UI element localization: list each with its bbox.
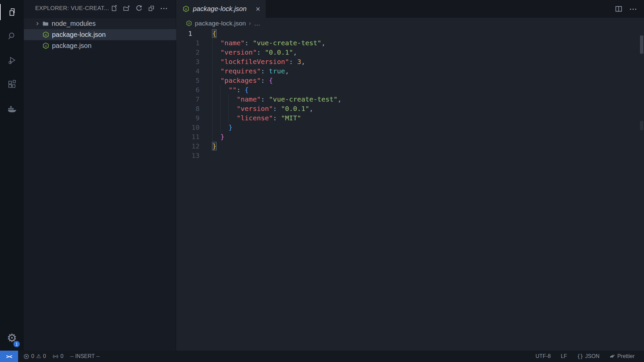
indent-guide (220, 95, 228, 104)
line-number: 3 (176, 57, 201, 66)
language-status[interactable]: {} JSON (577, 353, 600, 359)
json-file-icon (43, 32, 49, 38)
split-editor-button[interactable] (615, 5, 622, 12)
code-line[interactable]: 4"requires": true, (176, 66, 644, 76)
close-icon[interactable]: × (255, 5, 261, 13)
tree-item-package-lock-json[interactable]: package-lock.json (24, 29, 176, 40)
scrollbar-thumb[interactable] (640, 36, 643, 54)
formatter-label: Prettier (617, 353, 635, 359)
indent-guide (212, 113, 220, 123)
line-content: "": { (201, 85, 249, 95)
tree-item-package-json[interactable]: package.json (24, 40, 176, 51)
status-bar: >< 0 ⚠ 0 0 -- INSERT -- UTF-8 LF {} JSON (0, 351, 644, 362)
line-number: 11 (176, 132, 201, 141)
overview-ruler-mark (640, 121, 643, 130)
activity-item-search[interactable] (0, 24, 24, 48)
activity-bar: ⚙ 1 (0, 0, 24, 351)
indent-guide (212, 123, 220, 132)
code-line[interactable]: 8"version": "0.0.1", (176, 104, 644, 113)
explorer-more-button[interactable]: ··· (160, 7, 168, 10)
json-file-icon (186, 20, 192, 26)
line-content: "name": "vue-create-test", (201, 38, 325, 48)
split-editor-icon (615, 5, 622, 12)
line-content: "requires": true, (201, 66, 289, 76)
code-editor[interactable]: 1{1"name": "vue-create-test",2"version":… (176, 29, 644, 351)
line-content: "version": "0.0.1", (201, 48, 297, 57)
collapse-folders-button[interactable] (148, 5, 155, 12)
indent-guide (212, 95, 220, 104)
code-line[interactable]: 6"": { (176, 85, 644, 95)
encoding-status[interactable]: UTF-8 (536, 353, 551, 359)
search-icon (7, 32, 17, 41)
explorer-header: EXPLORER: VUE-CREAT... ··· (24, 0, 176, 17)
status-right: UTF-8 LF {} JSON ✔✔ Prettier (536, 353, 644, 359)
line-content: "name": "vue-create-test", (201, 95, 341, 104)
explorer-actions: ··· (111, 5, 168, 12)
chevron-right-icon: › (249, 20, 251, 27)
indent-guide (228, 104, 236, 113)
files-icon (7, 7, 17, 17)
code-line[interactable]: 10} (176, 123, 644, 132)
code-line[interactable]: 2"version": "0.0.1", (176, 48, 644, 57)
line-number: 5 (176, 76, 201, 85)
tree-item-label: package-lock.json (52, 31, 106, 39)
indent-guide (212, 104, 220, 113)
problems-status[interactable]: 0 ⚠ 0 (23, 353, 46, 359)
line-content: } (201, 132, 224, 141)
new-folder-button[interactable] (123, 5, 130, 12)
line-content: "lockfileVersion": 3, (201, 57, 305, 66)
tree-item-node-modules[interactable]: node_modules (24, 18, 176, 29)
activity-item-docker[interactable] (0, 97, 24, 121)
indent-guide (212, 76, 220, 85)
code-line[interactable]: 3"lockfileVersion": 3, (176, 57, 644, 66)
collapse-icon (148, 5, 155, 12)
code-line[interactable]: 9"license": "MIT" (176, 113, 644, 123)
code-line[interactable]: 1"name": "vue-create-test", (176, 38, 644, 48)
code-line[interactable]: 1{ (176, 29, 644, 38)
refresh-explorer-button[interactable] (136, 5, 142, 12)
indent-guide (212, 57, 220, 66)
line-number: 6 (176, 85, 201, 95)
editor-actions: ··· (615, 0, 644, 18)
eol-status[interactable]: LF (561, 353, 567, 359)
code-line[interactable]: 13 (176, 151, 644, 160)
code-line[interactable]: 12} (176, 141, 644, 151)
editor-more-button[interactable]: ··· (630, 7, 637, 11)
breadcrumb-item-symbols[interactable]: … (254, 20, 260, 27)
code-line[interactable]: 5"packages": { (176, 76, 644, 85)
line-content: "packages": { (201, 76, 273, 85)
formatter-status[interactable]: ✔✔ Prettier (609, 353, 635, 359)
braces-icon: {} (577, 353, 583, 359)
json-file-icon (43, 43, 49, 49)
activity-item-run-debug[interactable] (0, 48, 24, 72)
new-file-button[interactable] (111, 5, 117, 12)
scrollbar[interactable] (639, 29, 644, 351)
tab-package-lock-json[interactable]: package-lock.json × (176, 0, 266, 18)
error-icon (23, 354, 29, 359)
remote-indicator[interactable]: >< (0, 351, 18, 362)
activity-item-extensions[interactable] (0, 72, 24, 97)
breadcrumb-item-file[interactable]: package-lock.json (195, 20, 246, 27)
radio-tower-icon (53, 354, 58, 359)
breadcrumb: package-lock.json › … (176, 18, 644, 29)
vscode-window: ⚙ 1 EXPLORER: VUE-CREAT... ··· (0, 0, 644, 362)
indent-guide (220, 113, 228, 123)
vim-mode-indicator[interactable]: -- INSERT -- (70, 353, 100, 359)
code-line[interactable]: 7"name": "vue-create-test", (176, 95, 644, 104)
line-number: 12 (176, 141, 201, 151)
explorer-sidebar: EXPLORER: VUE-CREAT... ··· node_modules (24, 0, 176, 351)
line-number: 9 (176, 113, 201, 123)
indent-guide (212, 66, 220, 76)
ports-status[interactable]: 0 (53, 353, 63, 359)
warning-count: 0 (43, 353, 46, 359)
editor-group: package-lock.json × ··· package-lock.jso… (176, 0, 644, 351)
code-line[interactable]: 11} (176, 132, 644, 141)
json-file-icon (183, 6, 189, 12)
code-lines: 1{1"name": "vue-create-test",2"version":… (176, 29, 644, 160)
line-number: 1 (176, 38, 201, 48)
activity-item-explorer[interactable] (0, 0, 24, 24)
extensions-icon (7, 80, 17, 89)
line-number: 4 (176, 66, 201, 76)
settings-button[interactable]: ⚙ 1 (0, 325, 24, 351)
line-content: "version": "0.0.1", (201, 104, 313, 113)
